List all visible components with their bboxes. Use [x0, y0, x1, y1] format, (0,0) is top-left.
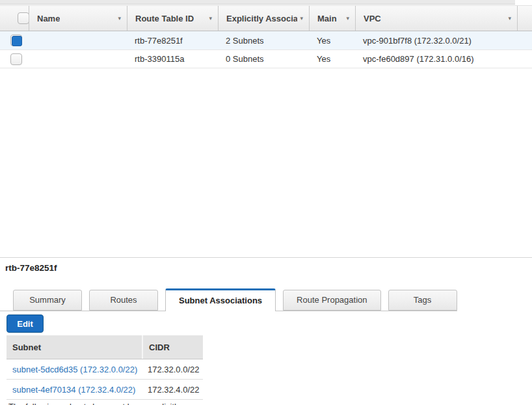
cell-main: Yes [309, 36, 355, 46]
route-tables-table: Name ▾ Route Table ID ▾ Explicitly Assoc… [0, 5, 532, 68]
column-header-route-table-id-label: Route Table ID [135, 14, 194, 23]
row-checkbox[interactable] [10, 35, 22, 46]
tab-summary[interactable]: Summary [13, 290, 82, 311]
route-tables-header-row: Name ▾ Route Table ID ▾ Explicitly Assoc… [0, 5, 532, 31]
cell-subnet: subnet-4ef70134 (172.32.4.0/22) [7, 385, 142, 395]
select-all-cell [0, 6, 29, 31]
tab-route-propagation[interactable]: Route Propagation [283, 290, 380, 311]
sort-arrow-icon[interactable]: ▾ [209, 15, 212, 21]
detail-pane-divider [0, 257, 532, 258]
implicit-subnets-note: The following subnets have not been expl… [8, 402, 181, 405]
tab-routes[interactable]: Routes [89, 290, 158, 311]
cell-vpc: vpc-fe60d897 (172.31.0.0/16) [355, 54, 517, 64]
detail-pane-title: rtb-77e8251f [5, 263, 57, 273]
table-row-rtb-3390115a[interactable]: rtb-3390115a 0 Subnets Yes vpc-fe60d897 … [0, 50, 532, 68]
cell-vpc: vpc-901bf7f8 (172.32.0.0/21) [355, 36, 517, 46]
column-header-subnet: Subnet [7, 335, 142, 359]
sort-arrow-icon[interactable]: ▾ [508, 15, 511, 21]
cell-main: Yes [309, 54, 355, 64]
cell-subnet: subnet-5dcd6d35 (172.32.0.0/22) [7, 365, 142, 374]
row-checkbox-cell [0, 35, 29, 46]
cell-explicitly-associated: 2 Subnets [218, 36, 309, 46]
column-header-main-label: Main [317, 14, 337, 23]
cell-cidr: 172.32.0.0/22 [142, 365, 203, 374]
subnet-table-row: subnet-4ef70134 (172.32.4.0/22) 172.32.4… [7, 380, 203, 400]
detail-tab-bar: Summary Routes Subnet Associations Route… [0, 288, 457, 311]
page: Name ▾ Route Table ID ▾ Explicitly Assoc… [0, 0, 532, 405]
cell-route-table-id: rtb-3390115a [127, 54, 218, 64]
tab-tags[interactable]: Tags [388, 290, 457, 311]
column-header-explicitly-associated-label: Explicitly Associat [226, 14, 297, 23]
tab-subnet-associations[interactable]: Subnet Associations [165, 288, 276, 311]
sort-arrow-icon[interactable]: ▾ [346, 15, 349, 21]
select-all-checkbox[interactable] [18, 12, 29, 24]
table-row-rtb-77e8251f[interactable]: rtb-77e8251f 2 Subnets Yes vpc-901bf7f8 … [0, 31, 532, 50]
column-header-name[interactable]: Name ▾ [29, 6, 127, 31]
column-header-route-table-id[interactable]: Route Table ID ▾ [127, 6, 218, 31]
cell-cidr: 172.32.4.0/22 [142, 385, 203, 395]
column-header-vpc-label: VPC [364, 14, 381, 23]
column-header-cidr: CIDR [142, 335, 203, 359]
column-header-vpc[interactable]: VPC ▾ [355, 6, 517, 31]
toolbar-strip [0, 0, 515, 5]
column-header-filler [517, 6, 532, 31]
sort-arrow-icon[interactable]: ▾ [300, 15, 303, 21]
cell-route-table-id: rtb-77e8251f [127, 36, 218, 46]
column-header-name-label: Name [37, 14, 60, 23]
subnet-table-header-row: Subnet CIDR [7, 335, 203, 359]
subnet-link[interactable]: subnet-5dcd6d35 (172.32.0.0/22) [12, 365, 137, 374]
column-header-main[interactable]: Main ▾ [309, 6, 355, 31]
row-checkbox-cell [0, 53, 29, 65]
sort-arrow-icon[interactable]: ▾ [118, 15, 121, 21]
column-header-explicitly-associated[interactable]: Explicitly Associat ▾ [218, 6, 309, 31]
cell-explicitly-associated: 0 Subnets [218, 54, 309, 64]
subnet-associations-table: Subnet CIDR subnet-5dcd6d35 (172.32.0.0/… [7, 335, 203, 400]
edit-button[interactable]: Edit [7, 314, 44, 333]
row-checkbox[interactable] [10, 53, 22, 65]
subnet-table-row: subnet-5dcd6d35 (172.32.0.0/22) 172.32.0… [7, 359, 203, 380]
subnet-link[interactable]: subnet-4ef70134 (172.32.4.0/22) [12, 385, 135, 395]
